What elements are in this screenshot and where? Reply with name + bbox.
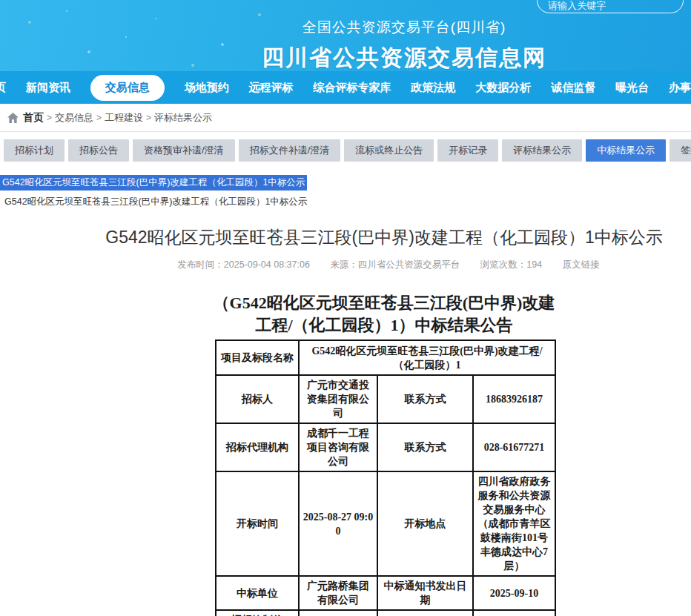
result-link-selected[interactable]: G542昭化区元坝至旺苍县三江段(巴中界)改建工程（化工园段）1中标公示: [0, 175, 307, 191]
cell-open-time-label: 开标时间: [216, 471, 299, 576]
site-header: 全国公共资源交易平台(四川省) 四川省公共资源交易信息网: [0, 0, 691, 71]
nav-item-venue[interactable]: 场地预约: [185, 81, 229, 95]
result-link[interactable]: G542昭化区元坝至旺苍县三江段(巴中界)改建工程（化工园段）1中标公示: [4, 196, 691, 208]
view-count: 浏览次数：194: [480, 259, 542, 270]
cell-project-label: 项目及标段名称: [216, 340, 299, 375]
nav-item-remote-eval[interactable]: 远程评标: [249, 81, 294, 95]
article: G542昭化区元坝至旺苍县三江段(巴中界)改建工程（化工园段）1中标公示 发布时…: [0, 226, 691, 616]
tab-eval-result[interactable]: 评标结果公示: [502, 139, 582, 162]
cell-agency-value: 成都千一工程项目咨询有限公司: [299, 423, 377, 471]
cell-control-price-label: 招标控制价（元）: [216, 610, 299, 616]
tab-opening-record[interactable]: 开标记录: [437, 139, 498, 162]
table-row: 中标单位 广元路桥集团有限公司 中标通知书发出日期 2025-09-10: [216, 576, 555, 610]
search-icon[interactable]: [662, 0, 677, 1]
site-titles: 全国公共资源交易平台(四川省) 四川省公共资源交易信息网: [0, 18, 691, 73]
document-body: （G542昭化区元坝至旺苍县三江段(巴中界)改建工程/（化工园段）1）中标结果公…: [0, 292, 691, 616]
table-row: 招标控制价（元） 2.8423758E7 中标金额（元） 27392774.56…: [216, 610, 555, 616]
cell-control-price-value: 2.8423758E7: [299, 610, 377, 616]
tab-bid-plan[interactable]: 招标计划: [4, 139, 65, 162]
tab-bid-announcement[interactable]: 招标公告: [68, 139, 129, 162]
nav-item-bigdata[interactable]: 大数据分析: [475, 81, 531, 95]
breadcrumb-separator: >: [47, 113, 52, 123]
cell-winner-label: 中标单位: [216, 576, 299, 610]
page-title: G542昭化区元坝至旺苍县三江段(巴中界)改建工程（化工园段）1中标公示: [39, 226, 691, 249]
cell-notice-date-label: 中标通知书发出日期: [377, 576, 473, 610]
cell-agency-label: 招标代理机构: [216, 423, 299, 471]
result-links: G542昭化区元坝至旺苍县三江段(巴中界)改建工程（化工园段）1中标公示 G54…: [0, 175, 691, 208]
site-title-small: 全国公共资源交易平台(四川省): [117, 18, 691, 37]
cell-award-amount-label: 中标金额（元）: [377, 610, 473, 616]
table-row: 开标时间 2025-08-27 09:00 开标地点 四川省政府政务服务和公共资…: [216, 471, 555, 576]
cell-project-value: G542昭化区元坝至旺苍县三江段(巴中界)改建工程/（化工园段）1: [299, 340, 555, 375]
cell-tenderer-label: 招标人: [216, 375, 299, 423]
nav-item-exposure[interactable]: 曝光台: [615, 81, 649, 95]
search-input[interactable]: [548, 0, 659, 12]
cell-open-place-label: 开标地点: [377, 471, 473, 576]
nav-item-policy[interactable]: 政策法规: [411, 81, 455, 95]
category-tabs: 招标计划 招标公告 资格预审补遗/澄清 招标文件补遗/澄清 流标或终止公告 开标…: [0, 132, 691, 162]
origin-link[interactable]: 原文链接: [563, 259, 600, 270]
table-row: 招标代理机构 成都千一工程项目咨询有限公司 联系方式 028-61677271: [216, 423, 555, 471]
source: 来源：四川省公共资源交易平台: [330, 259, 460, 270]
article-meta: 发布时间：2025-09-04 08:37:06 来源：四川省公共资源交易平台 …: [43, 259, 691, 271]
home-icon: [7, 113, 19, 123]
cell-contact-value: 028-61677271: [473, 423, 555, 471]
breadcrumb-home[interactable]: 首页: [23, 111, 44, 125]
cell-contact-label: 联系方式: [377, 375, 473, 423]
tab-docs-supplement[interactable]: 招标文件补遗/澄清: [239, 139, 341, 162]
search-box[interactable]: [537, 0, 684, 13]
cell-contact-value: 18683926187: [473, 375, 555, 423]
breadcrumb-separator: >: [146, 113, 151, 123]
nav-item-home[interactable]: 首页: [0, 81, 6, 95]
nav-item-news[interactable]: 新闻资讯: [26, 81, 70, 95]
breadcrumb: 首页 > 交易信息 > 工程建设 > 评标结果公示: [0, 104, 691, 132]
breadcrumb-construction[interactable]: 工程建设: [105, 111, 143, 125]
nav-item-trade-info[interactable]: 交易信息: [90, 75, 165, 101]
breadcrumb-eval-results[interactable]: 评标结果公示: [154, 111, 212, 125]
tab-failed-termination[interactable]: 流标或终止公告: [344, 139, 434, 162]
tab-prequal-supplement[interactable]: 资格预审补遗/澄清: [133, 139, 235, 162]
cell-open-place-value: 四川省政府政务服务和公共资源交易服务中心（成都市青羊区鼓楼南街101号丰德成达中…: [473, 471, 555, 576]
cell-contact-label: 联系方式: [377, 423, 473, 471]
cell-notice-date-value: 2025-09-10: [473, 576, 555, 610]
cell-winner-value: 广元路桥集团有限公司: [299, 576, 377, 610]
site-title-large: 四川省公共资源交易信息网: [117, 43, 691, 73]
breadcrumb-trade-info[interactable]: 交易信息: [55, 111, 93, 125]
publish-time: 发布时间：2025-09-04 08:37:06: [177, 259, 310, 270]
award-result-table: 项目及标段名称 G542昭化区元坝至旺苍县三江段(巴中界)改建工程/（化工园段）…: [215, 340, 556, 616]
cell-tenderer-value: 广元市交通投资集团有限公司: [299, 375, 377, 423]
cell-open-time-value: 2025-08-27 09:00: [299, 471, 377, 576]
tab-award-result[interactable]: 中标结果公示: [586, 139, 666, 162]
main-nav-items: 首页 新闻资讯 交易信息 场地预约 远程评标 综合评标专家库 政策法规 大数据分…: [0, 75, 691, 101]
nav-item-expert-db[interactable]: 综合评标专家库: [313, 81, 391, 95]
main-nav: 首页 新闻资讯 交易信息 场地预约 远程评标 综合评标专家库 政策法规 大数据分…: [0, 71, 691, 104]
nav-item-integrity[interactable]: 诚信监督: [551, 81, 595, 95]
table-row: 项目及标段名称 G542昭化区元坝至旺苍县三江段(巴中界)改建工程/（化工园段）…: [216, 340, 555, 375]
nav-item-services[interactable]: 办事: [669, 81, 691, 95]
table-row: 招标人 广元市交通投资集团有限公司 联系方式 18683926187: [216, 375, 555, 423]
cell-award-amount-value: 27392774.56元: [473, 610, 555, 616]
breadcrumb-separator: >: [96, 113, 102, 123]
tab-contract-perform[interactable]: 签约履行: [669, 139, 691, 162]
document-title: （G542昭化区元坝至旺苍县三江段(巴中界)改建工程/（化工园段）1）中标结果公…: [210, 292, 558, 337]
